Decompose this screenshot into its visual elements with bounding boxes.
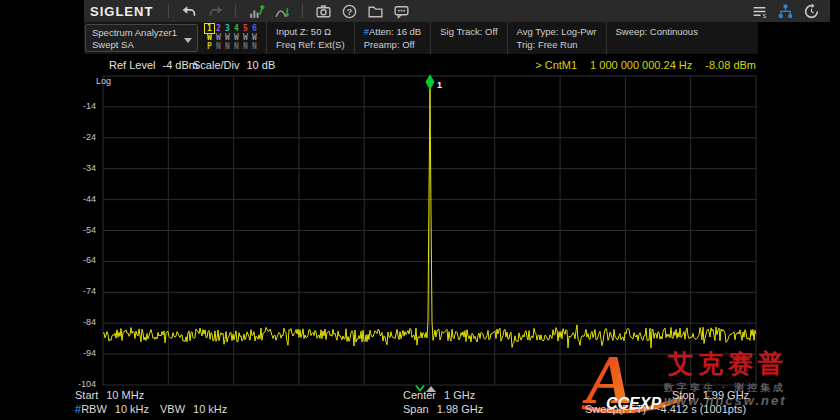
- peak-chart-button[interactable]: [246, 2, 266, 20]
- trace-type-6[interactable]: W: [250, 33, 259, 42]
- svg-text:s: s: [762, 11, 766, 18]
- stop-freq-value[interactable]: 1.99 GHz: [703, 389, 749, 401]
- trace-state-4[interactable]: N: [232, 42, 241, 51]
- settings-panel-sig-track[interactable]: Sig Track: Off: [430, 22, 506, 54]
- marker-readout-freq: 1 000 000 000.24 Hz: [590, 59, 692, 71]
- network-icon: [777, 3, 794, 20]
- y-tick-label: -34: [70, 164, 96, 173]
- trace-status-row: 123456: [205, 24, 259, 33]
- trace-type-4[interactable]: W: [232, 33, 241, 42]
- trace-type-1[interactable]: W: [205, 33, 214, 42]
- trace-state-5[interactable]: N: [241, 42, 250, 51]
- y-tick-label: -54: [70, 226, 96, 235]
- redo-button[interactable]: [205, 2, 225, 20]
- peak-next-button[interactable]: [272, 2, 292, 20]
- message-button[interactable]: [391, 2, 411, 20]
- y-tick-label: -64: [70, 256, 96, 265]
- sweep-label: Sweep(FFT): [585, 403, 646, 415]
- mode-submode: Swept SA: [92, 39, 183, 51]
- y-tick-label: -74: [70, 287, 96, 296]
- panel-line2: Freq Ref: Ext(S): [276, 38, 345, 51]
- undo-button[interactable]: [179, 2, 199, 20]
- vbw-label: VBW: [160, 403, 185, 415]
- toolbar-separator: [302, 4, 303, 18]
- help-button[interactable]: ?: [339, 2, 359, 20]
- trace-type-5[interactable]: W: [241, 33, 250, 42]
- spectrum-plot: 1: [103, 76, 756, 385]
- trace-type-2[interactable]: W: [214, 33, 223, 42]
- panel-line1: #Atten: 16 dB: [364, 25, 422, 38]
- panel-line1: Avg Type: Log-Pwr: [517, 25, 597, 38]
- list-settings-button[interactable]: s: [749, 2, 769, 20]
- toolbar-right-icons: s: [746, 2, 824, 20]
- toolbar-separator: [168, 4, 169, 18]
- settings-panels: Input Z: 50 ΩFreq Ref: Ext(S)#Atten: 16 …: [266, 22, 707, 54]
- chevron-down-icon: [184, 38, 192, 43]
- rbw-label: RBW: [81, 403, 107, 415]
- trace-number-6[interactable]: 6: [250, 24, 259, 33]
- panel-line2: Trig: Free Run: [517, 38, 597, 51]
- folder-icon: [367, 3, 384, 20]
- trace-number-2[interactable]: 2: [214, 24, 223, 33]
- y-axis-labels: -14-24-34-44-54-64-74-84-94-104: [70, 76, 99, 385]
- coupled-hash: #: [364, 26, 369, 37]
- toolbar-left-icons: ?: [176, 2, 414, 20]
- trace-type-3[interactable]: W: [223, 33, 232, 42]
- center-freq-value[interactable]: 1 GHz: [444, 389, 475, 401]
- y-tick-label: -44: [70, 195, 96, 204]
- marker-readout-amplitude: -8.08 dBm: [705, 59, 756, 71]
- marker-number-label: 1: [437, 80, 442, 90]
- trace-number-4[interactable]: 4: [232, 24, 241, 33]
- sweep-value[interactable]: ~4.412 s (1001pts): [654, 403, 746, 415]
- trace-status-row: WWWWWW: [205, 33, 259, 42]
- camera-button[interactable]: [313, 2, 333, 20]
- settings-panel-atten[interactable]: #Atten: 16 dBPreamp: Off: [354, 22, 431, 54]
- trace-state-3[interactable]: N: [223, 42, 232, 51]
- trace-state-2[interactable]: N: [214, 42, 223, 51]
- scale-row: Ref Level-4 dBm Scale/Div10 dB > CntM11 …: [103, 59, 756, 73]
- history-button[interactable]: [801, 2, 821, 20]
- y-tick-label: -14: [70, 102, 96, 111]
- peak-chart-icon: [248, 3, 265, 20]
- plot-canvas: 1: [103, 76, 756, 385]
- y-tick-label: -84: [70, 318, 96, 327]
- scale-div-value[interactable]: 10 dB: [246, 59, 275, 71]
- spectrum-analyzer-screen: SIGLENT ? s Spectrum Analyzer1 Swept SA …: [0, 0, 840, 420]
- settings-panel-input[interactable]: Input Z: 50 ΩFreq Ref: Ext(S): [266, 22, 354, 54]
- marker-readout-name: > CntM1: [535, 59, 577, 71]
- vbw-value[interactable]: 10 kHz: [193, 403, 227, 415]
- trace-number-1[interactable]: 1: [205, 24, 214, 33]
- span-value[interactable]: 1.98 GHz: [437, 403, 483, 415]
- panel-line2: Preamp: Off: [364, 38, 422, 51]
- span-label: Span: [403, 403, 429, 415]
- trace-number-3[interactable]: 3: [223, 24, 232, 33]
- start-freq-value[interactable]: 10 MHz: [106, 389, 144, 401]
- redo-icon: [207, 3, 224, 20]
- watermark-cn-name: 艾克赛普: [668, 347, 788, 380]
- mode-name: Spectrum Analyzer1: [92, 27, 183, 39]
- toolbar-separator: [235, 4, 236, 18]
- history-icon: [803, 3, 820, 20]
- scale-div-label: Scale/Div: [193, 59, 239, 71]
- trace-status-grid[interactable]: 123456WWWWWWPNNNNN: [201, 22, 266, 54]
- stop-freq-label: Stop: [672, 389, 695, 401]
- folder-button[interactable]: [365, 2, 385, 20]
- siglent-logo: SIGLENT: [90, 4, 153, 19]
- y-tick-label: -94: [70, 349, 96, 358]
- mode-selector[interactable]: Spectrum Analyzer1 Swept SA: [85, 24, 198, 52]
- network-button[interactable]: [775, 2, 795, 20]
- trace-number-5[interactable]: 5: [241, 24, 250, 33]
- panel-line1: Input Z: 50 Ω: [276, 25, 345, 38]
- list-settings-icon: s: [751, 3, 768, 20]
- settings-panel-sweep[interactable]: Sweep: Continuous: [606, 22, 707, 54]
- undo-icon: [181, 3, 198, 20]
- ref-level-label: Ref Level: [109, 59, 155, 71]
- help-icon: ?: [341, 3, 358, 20]
- trace-state-6[interactable]: N: [250, 42, 259, 51]
- rbw-value[interactable]: 10 kHz: [115, 403, 149, 415]
- settings-panel-avg[interactable]: Avg Type: Log-PwrTrig: Free Run: [507, 22, 606, 54]
- trace-state-1[interactable]: P: [205, 42, 214, 51]
- svg-text:?: ?: [347, 6, 353, 16]
- peak-next-icon: [274, 3, 291, 20]
- panel-line1: Sig Track: Off: [440, 25, 497, 38]
